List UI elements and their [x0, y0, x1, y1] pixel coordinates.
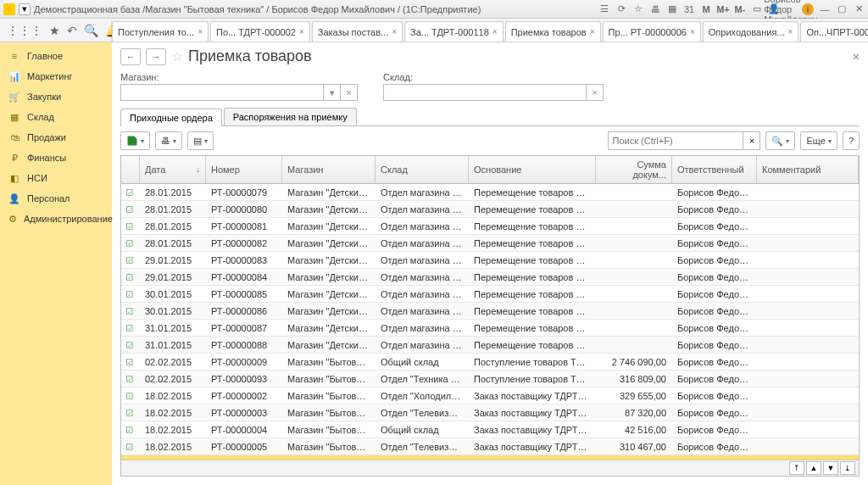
- col-date[interactable]: Дата↓: [140, 156, 206, 183]
- warehouse-filter-clear[interactable]: ×: [587, 84, 604, 101]
- help-button[interactable]: ?: [843, 131, 860, 150]
- back-button[interactable]: ←: [120, 48, 141, 65]
- doc-tab[interactable]: Приемка товаров×: [505, 21, 601, 42]
- table-row[interactable]: 28.01.2015РТ-00000082Магазин "Детские ..…: [121, 235, 859, 252]
- table-row[interactable]: 31.01.2015РТ-00000087Магазин "Детские ..…: [121, 320, 859, 337]
- table-row[interactable]: 29.01.2015РТ-00000084Магазин "Детские ..…: [121, 269, 859, 286]
- document-icon: [126, 340, 134, 350]
- search-clear[interactable]: ×: [743, 131, 760, 150]
- close-tab-icon[interactable]: ×: [198, 27, 203, 36]
- svg-rect-10: [127, 359, 132, 364]
- table-row[interactable]: 18.02.2015РТ-00000002Магазин "Бытовая...…: [121, 387, 859, 404]
- maximize-icon[interactable]: ▢: [836, 3, 848, 15]
- minimize-icon[interactable]: —: [819, 3, 831, 15]
- svg-rect-7: [127, 308, 132, 313]
- m-minus-button[interactable]: M-: [734, 3, 746, 15]
- shop-filter-input[interactable]: [120, 84, 324, 101]
- close-tab-icon[interactable]: ×: [690, 27, 695, 36]
- search-toolbar-icon[interactable]: 🔍: [84, 24, 98, 37]
- doc-tab[interactable]: Заказы постав...×: [312, 21, 403, 42]
- close-window-icon[interactable]: ✕: [853, 3, 865, 15]
- find-button[interactable]: 🔍▾: [765, 131, 795, 150]
- current-user[interactable]: Борисов Федор Михайлович: [785, 3, 797, 15]
- doc-tab[interactable]: Пр... РТ-00000006×: [603, 21, 701, 42]
- scroll-top-button[interactable]: ⤒: [789, 461, 804, 475]
- table-row[interactable]: 30.01.2015РТ-00000086Магазин "Детские ..…: [121, 303, 859, 320]
- history-icon[interactable]: ⟳: [615, 3, 627, 15]
- close-tab-icon[interactable]: ×: [492, 27, 498, 36]
- help-icon[interactable]: i: [802, 3, 814, 15]
- scroll-bottom-button[interactable]: ⤓: [840, 461, 855, 475]
- col-warehouse[interactable]: Склад: [376, 156, 469, 183]
- sidebar-item[interactable]: ⚙Администрирование: [0, 209, 112, 229]
- print-button[interactable]: 🖶▾: [155, 131, 182, 150]
- col-sum[interactable]: Сумма докум...: [596, 156, 672, 183]
- warehouse-filter-input[interactable]: [383, 84, 587, 101]
- doc-tab[interactable]: Оп...ЧПРТ-000002×: [800, 21, 868, 42]
- table-row[interactable]: 28.01.2015РТ-00000079Магазин "Детские ..…: [121, 184, 859, 201]
- history-toolbar-icon[interactable]: ↶: [67, 24, 77, 37]
- scroll-up-button[interactable]: ▲: [806, 461, 821, 475]
- sidebar-item[interactable]: 🛍Продажи: [0, 127, 112, 148]
- table-row[interactable]: 29.01.2015РТ-00000083Магазин "Детские ..…: [121, 252, 859, 269]
- grid-body[interactable]: 28.01.2015РТ-00000079Магазин "Детские ..…: [121, 184, 859, 460]
- close-page-icon[interactable]: ×: [853, 50, 860, 64]
- more-button[interactable]: Еще▾: [800, 131, 837, 150]
- sidebar-item[interactable]: 👤Персонал: [0, 188, 112, 209]
- col-responsible[interactable]: Ответственный: [672, 156, 757, 183]
- sidebar-item[interactable]: ≡Главное: [0, 46, 112, 66]
- apps-icon[interactable]: ⋮⋮⋮: [7, 24, 42, 37]
- table-row[interactable]: 18.02.2015РТ-00000004Магазин "Бытовая...…: [121, 421, 859, 438]
- print-icon[interactable]: 🖶: [649, 3, 661, 15]
- report-button[interactable]: ▤▾: [187, 131, 214, 150]
- sidebar-item[interactable]: ▦Склад: [0, 107, 112, 127]
- col-number[interactable]: Номер: [206, 156, 282, 183]
- m-plus-button[interactable]: M+: [717, 3, 729, 15]
- app-menu-dropdown[interactable]: ▾: [19, 3, 31, 15]
- col-comment[interactable]: Комментарий: [757, 156, 859, 183]
- doc-tab[interactable]: Поступления то...×: [112, 21, 209, 42]
- search-input[interactable]: [608, 131, 743, 150]
- calendar-icon[interactable]: 31: [683, 3, 695, 15]
- table-row[interactable]: 02.02.2015РТ-00000093Магазин "Бытовая...…: [121, 371, 859, 387]
- calc-icon[interactable]: ▦: [666, 3, 678, 15]
- sidebar-item[interactable]: ◧НСИ: [0, 168, 112, 188]
- table-row[interactable]: 18.02.2015РТ-00000003Магазин "Бытовая...…: [121, 404, 859, 421]
- m-button[interactable]: M: [700, 3, 712, 15]
- col-shop[interactable]: Магазин: [282, 156, 376, 183]
- document-icon: [126, 357, 134, 367]
- document-tabs: Поступления то...×По... ТДРТ-000002×Зака…: [112, 19, 868, 42]
- subtab-receive-instructions[interactable]: Распоряжения на приемку: [224, 108, 357, 125]
- shop-filter-dropdown[interactable]: ▾: [324, 84, 341, 101]
- table-row[interactable]: 30.01.2015РТ-00000085Магазин "Детские ..…: [121, 286, 859, 303]
- table-row[interactable]: 02.02.2015РТ-00000009Магазин "Бытовая...…: [121, 354, 859, 371]
- table-row[interactable]: 31.01.2015РТ-00000088Магазин "Детские ..…: [121, 337, 859, 354]
- close-tab-icon[interactable]: ×: [299, 27, 304, 36]
- nav-icon[interactable]: ☰: [598, 3, 610, 15]
- sidebar-item[interactable]: 📊Маркетинг: [0, 66, 112, 86]
- sidebar-label: Закупки: [27, 92, 61, 102]
- star-icon[interactable]: ★: [49, 24, 60, 37]
- tools-icon[interactable]: ▭: [751, 3, 763, 15]
- col-basis[interactable]: Основание: [469, 156, 596, 183]
- subtab-incoming-orders[interactable]: Приходные ордера: [120, 109, 222, 126]
- doc-tab[interactable]: За... ТДРТ-000118×: [404, 21, 504, 42]
- doc-tab[interactable]: По... ТДРТ-000002×: [210, 21, 310, 42]
- document-icon: [126, 187, 134, 198]
- table-row[interactable]: 28.01.2015РТ-00000081Магазин "Детские ..…: [121, 218, 859, 235]
- sidebar-item[interactable]: 🛒Закупки: [0, 86, 112, 107]
- scroll-down-button[interactable]: ▼: [823, 461, 838, 475]
- table-row[interactable]: 18.02.2015РТ-00000005Магазин "Бытовая...…: [121, 438, 859, 455]
- table-row[interactable]: 28.01.2015РТ-00000080Магазин "Детские ..…: [121, 201, 859, 218]
- close-tab-icon[interactable]: ×: [590, 27, 595, 36]
- favorite-star-icon[interactable]: ☆: [171, 48, 183, 64]
- document-icon: [126, 204, 134, 215]
- close-tab-icon[interactable]: ×: [788, 27, 793, 36]
- favorites-icon[interactable]: ☆: [632, 3, 644, 15]
- shop-filter-clear[interactable]: ×: [341, 84, 358, 101]
- close-tab-icon[interactable]: ×: [392, 27, 397, 36]
- forward-button[interactable]: →: [146, 48, 166, 65]
- sidebar-item[interactable]: ₽Финансы: [0, 148, 112, 168]
- create-button[interactable]: ▾: [120, 131, 150, 150]
- doc-tab[interactable]: Оприходования...×: [703, 21, 799, 42]
